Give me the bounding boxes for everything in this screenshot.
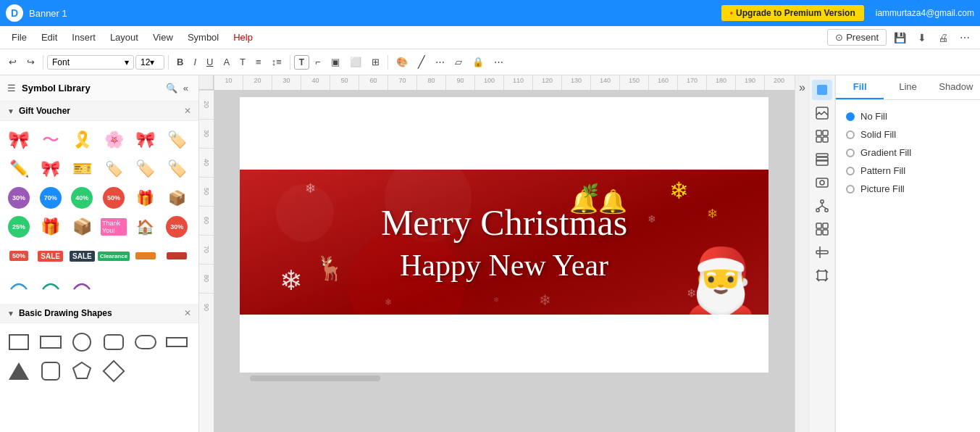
- tab-shadow[interactable]: Shadow: [932, 75, 980, 99]
- shadow-button[interactable]: ▣: [327, 54, 344, 70]
- symbol-stripe-red[interactable]: [164, 243, 190, 269]
- shape-circle[interactable]: [69, 329, 95, 355]
- solid-fill-option[interactable]: Solid Fill: [843, 125, 973, 144]
- crop-button[interactable]: ▱: [451, 54, 466, 70]
- symbol-bow-teal[interactable]: 🎀: [38, 156, 64, 182]
- pattern-fill-option[interactable]: Pattern Fill: [843, 162, 973, 180]
- rp-fill-icon[interactable]: [812, 80, 832, 100]
- symbol-tag-brown[interactable]: 🏷️: [164, 127, 190, 153]
- symbol-pencil-red[interactable]: ✏️: [6, 156, 32, 182]
- shape-rectangle-wide[interactable]: [38, 329, 64, 355]
- text-style-button[interactable]: T: [235, 54, 250, 70]
- no-fill-option[interactable]: No Fill: [843, 107, 973, 125]
- shape-rectangle[interactable]: [6, 329, 32, 355]
- redo-button[interactable]: ↪: [22, 54, 39, 70]
- menu-symbol[interactable]: Symbol: [182, 29, 225, 46]
- text-box-button[interactable]: T: [294, 55, 309, 70]
- tab-line[interactable]: Line: [884, 75, 931, 99]
- symbol-50-tag[interactable]: 50%: [6, 243, 32, 269]
- lock-button[interactable]: 🔒: [468, 54, 488, 70]
- shape-stadium[interactable]: [133, 329, 159, 355]
- download-icon[interactable]: ⬇: [913, 29, 931, 46]
- rp-layers-icon[interactable]: [812, 149, 832, 170]
- symbol-sale-red[interactable]: SALE: [38, 243, 64, 269]
- rp-transform-icon[interactable]: [812, 265, 832, 286]
- symbol-40-badge[interactable]: 40%: [69, 185, 95, 211]
- basic-shapes-section-header[interactable]: ▼ Basic Drawing Shapes ✕: [0, 304, 198, 323]
- symbol-70-badge[interactable]: 70%: [38, 185, 64, 211]
- menu-edit[interactable]: Edit: [35, 29, 63, 46]
- align-button[interactable]: ≡: [251, 54, 266, 70]
- share-icon[interactable]: ⋯: [955, 29, 974, 46]
- symbol-flower[interactable]: 🌸: [101, 127, 127, 153]
- shape-rectangle-rounded[interactable]: [101, 329, 127, 355]
- font-color-button[interactable]: A: [219, 54, 234, 70]
- section-close-icon[interactable]: ✕: [184, 106, 191, 116]
- line-dash-button[interactable]: ⋯: [431, 54, 449, 70]
- h-scrollbar-thumb[interactable]: [250, 375, 380, 381]
- more-button[interactable]: ⋯: [490, 54, 508, 70]
- align-objects-button[interactable]: ⊞: [367, 54, 384, 70]
- rp-image-icon[interactable]: [812, 103, 832, 123]
- christmas-banner[interactable]: ❄ ❄ 🦌 Merry Christmas Happy New Year 🔔🔔 …: [240, 170, 768, 315]
- italic-button[interactable]: I: [189, 54, 201, 70]
- print-icon[interactable]: 🖨: [934, 29, 952, 46]
- picture-fill-option[interactable]: Picture Fill: [843, 180, 973, 198]
- collapse-panel-icon[interactable]: «: [180, 81, 191, 95]
- menu-view[interactable]: View: [147, 29, 179, 46]
- symbol-tag-purple[interactable]: 🏷️: [101, 156, 127, 182]
- symbol-sale-navy[interactable]: SALE: [69, 243, 95, 269]
- tab-fill[interactable]: Fill: [836, 75, 884, 99]
- symbol-bow-red[interactable]: 🎀: [6, 127, 32, 153]
- gift-voucher-section-header[interactable]: ▼ Gift Voucher ✕: [0, 101, 198, 121]
- symbol-thankyou[interactable]: Thank You!: [101, 214, 127, 240]
- symbol-extra1[interactable]: 🎁: [133, 185, 159, 211]
- expand-right-icon[interactable]: »: [799, 81, 805, 94]
- symbol-stripe-orange[interactable]: [133, 243, 159, 269]
- symbol-ribbon-pink[interactable]: 〜: [38, 127, 64, 153]
- symbol-30-badge2[interactable]: 30%: [164, 214, 190, 240]
- h-scrollbar[interactable]: [221, 375, 787, 384]
- rp-table-icon[interactable]: [812, 219, 832, 239]
- rp-hierarchy-icon[interactable]: [812, 196, 832, 216]
- menu-help[interactable]: Help: [227, 29, 259, 46]
- symbol-box-teal[interactable]: 📦: [69, 214, 95, 240]
- rp-grid-icon[interactable]: [812, 126, 832, 146]
- shape-button[interactable]: ⬜: [345, 54, 366, 70]
- rp-crop2-icon[interactable]: [812, 242, 832, 262]
- symbol-extra2[interactable]: 📦: [164, 185, 190, 211]
- symbol-tag-yellow[interactable]: 🏷️: [164, 156, 190, 182]
- shape-square-rounded[interactable]: [38, 358, 64, 384]
- symbol-50-badge[interactable]: 50%: [101, 185, 127, 211]
- undo-button[interactable]: ↩: [4, 54, 21, 70]
- font-family-dropdown[interactable]: Font ▾: [47, 55, 134, 70]
- shape-pentagon[interactable]: [69, 358, 95, 384]
- line-color-button[interactable]: ╱: [414, 52, 430, 72]
- symbol-clearance[interactable]: Clearance: [101, 243, 127, 269]
- menu-file[interactable]: File: [6, 29, 33, 46]
- symbol-gift2[interactable]: 🎁: [38, 214, 64, 240]
- upgrade-button[interactable]: Upgrade to Premium Version: [721, 5, 864, 21]
- symbol-arc-purple[interactable]: [69, 272, 95, 298]
- symbol-25-ribbon[interactable]: 25%: [6, 214, 32, 240]
- font-size-dropdown[interactable]: 12 ▾: [135, 55, 164, 70]
- save-icon[interactable]: 💾: [889, 29, 910, 46]
- fill-color-button[interactable]: 🎨: [392, 54, 412, 70]
- menu-insert[interactable]: Insert: [66, 29, 101, 46]
- menu-layout[interactable]: Layout: [104, 29, 144, 46]
- rp-photo-icon[interactable]: [812, 173, 832, 193]
- bold-button[interactable]: B: [172, 54, 188, 70]
- symbol-30-badge[interactable]: 30%: [6, 185, 32, 211]
- shape-triangle[interactable]: [6, 358, 32, 384]
- symbol-gift-card[interactable]: 🎫: [69, 156, 95, 182]
- symbol-bow-green[interactable]: 🎀: [133, 127, 159, 153]
- connector-button[interactable]: ⌐: [311, 54, 325, 70]
- symbol-house-badge[interactable]: 🏠: [133, 214, 159, 240]
- canvas-wrapper[interactable]: ❄ ❄ 🦌 Merry Christmas Happy New Year 🔔🔔 …: [214, 90, 795, 432]
- underline-button[interactable]: U: [202, 54, 217, 70]
- shapes-close-icon[interactable]: ✕: [184, 308, 191, 318]
- present-button[interactable]: ⊙ Present: [827, 29, 887, 46]
- shape-diamond[interactable]: [101, 358, 127, 384]
- symbol-arc-blue[interactable]: [6, 272, 32, 298]
- symbol-arc-teal[interactable]: [38, 272, 64, 298]
